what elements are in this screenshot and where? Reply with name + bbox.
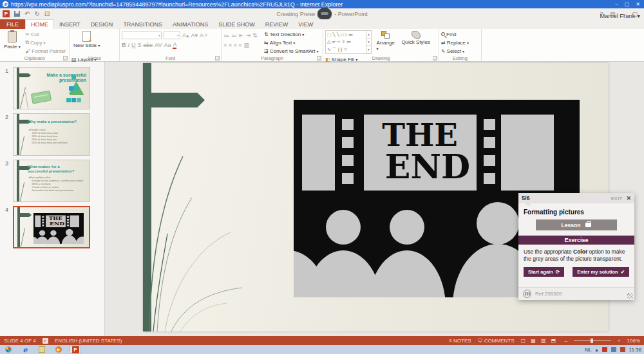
underline-button[interactable]: U [131,42,136,48]
thumbnail-slide-3[interactable]: 3 What makes for a successful presentati… [0,158,104,204]
font-color-button[interactable]: A [173,41,176,49]
resize-handle[interactable] [627,293,633,299]
tab-view[interactable]: VIEW [293,19,318,29]
paste-button[interactable]: Paste ▾ [2,30,23,55]
tab-transitions[interactable]: TRANSITIONS [118,19,167,29]
lesson-button[interactable]: Lesson [536,219,617,230]
group-label-slides: Slides [70,55,119,61]
char-spacing-button[interactable]: AV [155,42,162,48]
italic-button[interactable]: I [128,42,130,48]
enter-solution-button[interactable]: Enter my solution✔ [573,267,629,277]
zoom-out-button[interactable]: – [564,338,567,344]
tab-review[interactable]: REVIEW [260,19,294,29]
grow-font-button[interactable]: A▴ [182,32,189,39]
font-size-select[interactable]: ▾ [164,32,180,39]
shapes-gallery-scrollbar[interactable]: ▴▾▾ [366,31,371,53]
font-name-select[interactable]: ▾ [122,32,162,39]
thumb-1-pyramid-shape [62,70,84,105]
tab-home[interactable]: HOME [25,19,54,29]
notes-app-icon [39,346,45,353]
taskbar-ie[interactable]: e [19,346,31,353]
change-case-button[interactable]: Aa [164,42,171,48]
new-slide-button[interactable]: New Slide ▾ [71,30,102,55]
align-text-button[interactable]: ⇆ Align Text ▾ [264,39,318,46]
numbering-button[interactable]: ≕ [231,32,237,39]
font-dialog-launcher[interactable]: ◿ [215,56,220,61]
find-button[interactable]: Find [441,30,469,38]
browser-minimize-button[interactable]: – [615,1,618,7]
cut-button[interactable]: ✂ Cut [25,30,66,38]
zoom-level[interactable]: 106% [627,338,640,344]
clipboard-dialog-launcher[interactable]: ◿ [63,56,68,61]
tray-icon-2[interactable] [611,347,616,352]
clock[interactable]: 11:36 [629,348,641,352]
comments-button[interactable]: 🗨 COMMENTS [478,338,515,344]
line-spacing-button[interactable]: ⇅ [252,32,258,39]
start-button[interactable] [3,346,14,353]
select-button[interactable]: ⇖ Select ▾ [441,47,469,55]
start-again-button[interactable]: Start again⟳ [524,267,564,277]
quick-styles-button[interactable]: Quick Styles [399,30,431,55]
zoom-slider[interactable] [574,340,611,341]
paragraph-dialog-launcher[interactable]: ◿ [317,56,321,61]
shapes-row-3[interactable]: ∿ ⌒ { } ☆ [327,47,365,52]
training-panel-header[interactable]: 5/6 EXIT ✕ [518,193,634,203]
format-painter-button[interactable]: 🖌 Format Painter [25,47,66,55]
powerpoint-logo-icon[interactable]: P [3,10,10,17]
tab-insert[interactable]: INSERT [54,19,86,29]
tab-animations[interactable]: ANIMATIONS [167,19,213,29]
ribbon-tab-row: FILE HOME INSERT DESIGN TRANSITIONS ANIM… [0,19,644,29]
briefcase-icon [585,223,591,227]
notes-button[interactable]: ≡ NOTES [449,338,471,344]
decrease-indent-button[interactable]: ⇤ [239,32,244,39]
user-account[interactable]: Marcel Frank ▾ [600,12,640,19]
convert-smartart-button[interactable]: ⇶ Convert to SmartArt ▾ [264,47,318,55]
undo-icon[interactable]: ↶ [24,11,30,17]
drawing-dialog-launcher[interactable]: ◿ [433,56,437,61]
zoom-in-button[interactable]: + [618,338,621,344]
save-icon[interactable] [14,11,20,17]
shrink-font-button[interactable]: A▾ [191,32,198,39]
taskbar-notes-app[interactable] [36,346,48,353]
shadow-button[interactable]: S [138,42,142,48]
bold-button[interactable]: B [122,42,126,48]
tab-file[interactable]: FILE [0,19,25,29]
copy-button[interactable]: ⧉ Copy ▾ [25,39,66,46]
close-icon[interactable]: ✕ [626,195,631,201]
redo-icon[interactable]: ↻ [34,11,39,17]
language-indicator[interactable]: NL [585,347,591,353]
exit-button[interactable]: EXIT [611,196,623,201]
replace-button[interactable]: ⇄ Replace ▾ [441,39,469,46]
alignment-buttons[interactable]: ≡ ≡ ≡ ≡ [223,42,242,48]
shapes-gallery[interactable]: ⬚ ╲ ╲ □ ○ ▭ △ ▱ ⇨ ⇩ ▭ ∿ ⌒ { } ☆ ▴▾▾ [325,30,372,54]
tray-icon-3[interactable] [620,347,625,352]
taskbar-powerpoint[interactable]: P [70,346,81,353]
tab-design[interactable]: DESIGN [86,19,118,29]
tray-icon-1[interactable] [602,347,607,352]
tray-expand-icon[interactable]: ▴ [596,347,598,353]
strikethrough-button[interactable]: abc [144,42,153,48]
bullets-button[interactable]: ≔ [223,32,229,39]
clear-formatting-button[interactable]: A✧ [200,32,209,39]
taskbar-media-player[interactable]: ▶ [53,346,64,353]
zoom-slider-thumb[interactable] [591,339,593,343]
shapes-row-2[interactable]: △ ▱ ⇨ ⇩ ▭ [327,39,365,44]
thumbnail-slide-2[interactable]: 2 Why make a presentation? ▸People retai… [0,111,104,158]
screen: e https://vpx.mediapluspro.com/?launchid… [0,0,644,354]
tab-slideshow[interactable]: SLIDE SHOW [213,19,260,29]
text-direction-button[interactable]: ⇅ Text Direction ▾ [264,30,318,38]
view-mode-buttons[interactable]: ▢ ▦ ▥ ⬒ [521,338,558,344]
thumbnail-slide-4[interactable]: 4 THE [0,204,104,250]
spellcheck-icon[interactable]: ✓ [43,338,48,344]
touch-mode-icon[interactable]: ⊡ [44,11,50,17]
language-status[interactable]: ENGLISH (UNITED STATES) [55,338,122,344]
columns-button[interactable]: ▥ [244,42,250,48]
arrange-button[interactable]: Arrange▾ [374,30,396,55]
increase-indent-button[interactable]: ⇥ [246,32,251,39]
shapes-row-1[interactable]: ⬚ ╲ ╲ □ ○ ▭ [327,32,365,37]
browser-maximize-button[interactable]: ▢ [625,1,630,7]
thumbnail-slide-1[interactable]: 1 Make a successful presentation [0,65,104,111]
browser-close-button[interactable]: ✕ [636,1,640,7]
group-editing: Find ⇄ Replace ▾ ⇖ Select ▾ Editing [439,29,482,61]
training-widget-puck[interactable] [317,8,332,20]
